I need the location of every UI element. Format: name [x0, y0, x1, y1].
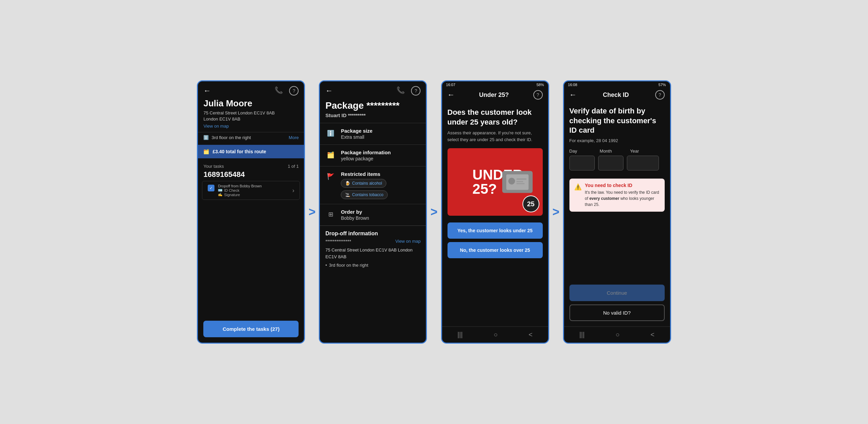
- package-info-value: yellow package: [341, 156, 391, 161]
- battery-s3: 58%: [536, 83, 544, 87]
- tasks-header: Your tasks 1 of 1: [198, 160, 304, 170]
- screen3-topbar: ← Under 25? ?: [442, 88, 548, 102]
- dob-labels: Day Month Year: [564, 149, 670, 156]
- dropoff-map-link[interactable]: View on map: [395, 239, 421, 244]
- svg-point-1: [508, 178, 515, 184]
- alert-box: ⚠️ You need to check ID It's the law. Yo…: [569, 179, 665, 212]
- task-row[interactable]: ✓ Dropoff from Bobby Brown 🪪 ID Check ✍️…: [202, 181, 300, 200]
- task-signature: ✍️ Signature: [218, 192, 261, 197]
- stuart-id: Stuart ID *********: [320, 112, 426, 123]
- page-title-s4: Check ID: [603, 91, 629, 99]
- screen2-topbar: ← 📞 ?: [320, 81, 426, 100]
- task-from: Dropoff from Bobby Brown: [218, 184, 261, 188]
- screen1-topbar: ← 📞 ?: [198, 81, 304, 98]
- task-id: 1689165484: [198, 170, 304, 180]
- customer-address-2: London EC1V 8AB: [198, 116, 304, 122]
- help-icon-s4[interactable]: ?: [655, 90, 665, 100]
- screen-3: 16:07 58% ← Under 25? ? Does the custome…: [441, 80, 549, 344]
- package-size-icon: ℹ️: [325, 128, 336, 139]
- btn-over-25[interactable]: No, the customer looks over 25: [448, 242, 543, 258]
- arrow-separator-2: >: [427, 205, 441, 219]
- id-card-image: [502, 171, 533, 193]
- complete-tasks-button[interactable]: Complete the tasks (27): [203, 321, 299, 337]
- status-bar-s3: 16:07 58%: [442, 81, 548, 88]
- customer-name: Julia Moore: [198, 98, 304, 109]
- time-s3: 16:07: [446, 83, 456, 87]
- bottom-nav-s3: ||| ○ <: [442, 326, 548, 343]
- task-checkbox[interactable]: ✓: [208, 185, 214, 191]
- order-by-label: Order by: [341, 209, 369, 215]
- phone-icon[interactable]: 📞: [275, 86, 283, 96]
- verify-title: Verify date of birth by checking the cus…: [564, 102, 670, 138]
- arrow-separator-3: >: [549, 205, 563, 219]
- price-bar: 🗂️ £3.40 total for this route: [198, 145, 304, 158]
- chevron-right-icon: ›: [292, 187, 294, 194]
- order-by-block: ⊞ Order by Bobby Brown: [320, 204, 426, 226]
- nav-menu-icon-s3[interactable]: |||: [457, 331, 463, 339]
- phone-icon-s2[interactable]: 📞: [397, 86, 405, 96]
- package-size-label: Package size: [341, 128, 372, 134]
- nav-home-icon-s3[interactable]: ○: [493, 331, 497, 339]
- tag-alcohol: 🍺 Contains alcohol: [341, 179, 386, 188]
- battery-s4: 57%: [659, 83, 666, 87]
- tasks-count: 1 of 1: [288, 164, 299, 169]
- tobacco-icon: 🚬: [345, 192, 350, 197]
- package-info-block: 🗂️ Package information yellow package: [320, 145, 426, 166]
- svg-rect-4: [516, 183, 525, 184]
- bullet-icon: •: [325, 263, 327, 268]
- arrow-separator-1: >: [305, 205, 319, 219]
- time-s4: 16:08: [568, 83, 578, 87]
- month-label: Month: [600, 149, 627, 154]
- help-icon-s3[interactable]: ?: [533, 90, 543, 100]
- screen4-topbar: ← Check ID ?: [564, 88, 670, 102]
- dob-inputs: [564, 156, 670, 176]
- order-icon: ⊞: [325, 209, 336, 220]
- back-icon[interactable]: ←: [203, 86, 211, 95]
- price-icon: 🗂️: [203, 149, 209, 154]
- under25-image: UNDER 25? 25: [448, 148, 543, 216]
- alcohol-icon: 🍺: [345, 181, 350, 186]
- no-valid-id-button[interactable]: No valid ID?: [569, 304, 665, 321]
- help-icon[interactable]: ?: [289, 86, 299, 96]
- alert-every: every customer: [589, 196, 619, 201]
- day-input[interactable]: [569, 156, 595, 170]
- year-input[interactable]: [627, 156, 659, 170]
- restricted-tags: 🍺 Contains alcohol 🚬 Contains tobacco: [341, 179, 420, 199]
- dropoff-address: 75 Central Street London EC1V 8AB London…: [325, 247, 420, 260]
- screen-1: ← 📞 ? Julia Moore 75 Central Street Lond…: [197, 80, 305, 344]
- task-id-check: 🪪 ID Check: [218, 188, 261, 192]
- package-info-label: Package information: [341, 150, 391, 155]
- year-label: Year: [630, 149, 664, 154]
- restricted-label: Restricted items: [341, 171, 420, 177]
- tag-tobacco: 🚬 Contains tobacco: [341, 190, 388, 199]
- page-title-s3: Under 25?: [479, 91, 509, 99]
- nav-back-icon-s4[interactable]: <: [650, 331, 655, 339]
- package-title: Package *********: [320, 100, 426, 112]
- bottom-nav-s4: ||| ○ <: [564, 326, 670, 343]
- more-link[interactable]: More: [289, 135, 299, 140]
- continue-button[interactable]: Continue: [569, 285, 665, 301]
- dropoff-section: Drop-off information ************** View…: [320, 226, 426, 272]
- floor-info-text: 3rd floor on the right: [211, 135, 251, 140]
- btn-under-25[interactable]: Yes, the customer looks under 25: [448, 222, 543, 239]
- package-info-icon: 🗂️: [325, 150, 336, 160]
- dropoff-masked: **************: [325, 239, 351, 244]
- tasks-label: Your tasks: [203, 164, 224, 169]
- nav-home-icon-s4[interactable]: ○: [615, 331, 619, 339]
- view-on-map-link[interactable]: View on map: [198, 122, 304, 132]
- restricted-icon: 🚩: [325, 171, 336, 182]
- sub-text: Assess their appearance. If you're not s…: [442, 130, 548, 148]
- main-question: Does the customer look under 25 years ol…: [442, 102, 548, 130]
- back-icon-s2[interactable]: ←: [325, 86, 333, 95]
- svg-rect-2: [516, 178, 527, 180]
- help-icon-s2[interactable]: ?: [411, 86, 420, 96]
- back-icon-s3[interactable]: ←: [448, 90, 455, 99]
- restricted-items-block: 🚩 Restricted items 🍺 Contains alcohol 🚬 …: [320, 166, 426, 204]
- month-input[interactable]: [598, 156, 623, 170]
- back-icon-s4[interactable]: ←: [569, 90, 577, 99]
- nav-menu-icon-s4[interactable]: |||: [579, 331, 585, 339]
- alert-icon: ⚠️: [574, 183, 582, 191]
- dropoff-note: • 3rd floor on the right: [325, 263, 420, 268]
- nav-back-icon-s3[interactable]: <: [529, 331, 533, 339]
- floor-info-row: ℹ️ 3rd floor on the right More: [198, 132, 304, 143]
